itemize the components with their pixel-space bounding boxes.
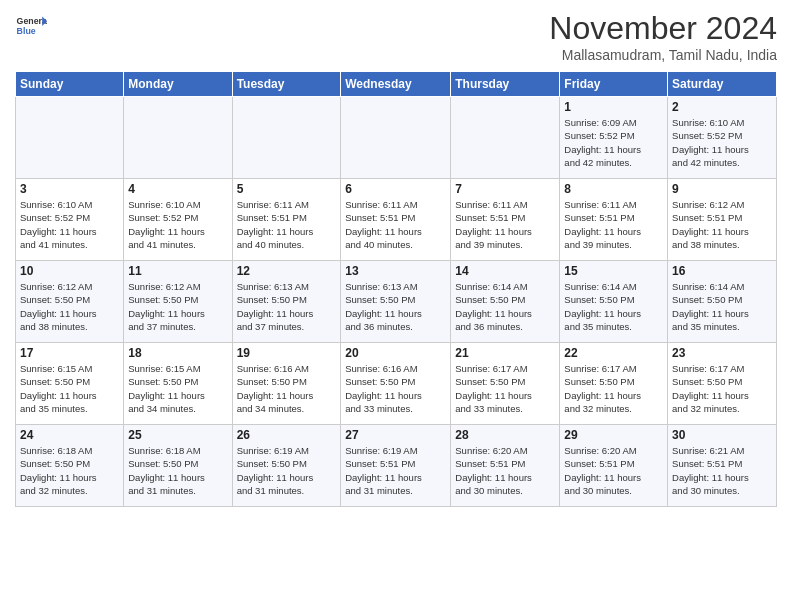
- day-info: Sunrise: 6:19 AM Sunset: 5:51 PM Dayligh…: [345, 444, 446, 497]
- logo-icon: General Blue: [15, 10, 47, 42]
- calendar-day-cell: 27Sunrise: 6:19 AM Sunset: 5:51 PM Dayli…: [341, 425, 451, 507]
- day-info: Sunrise: 6:21 AM Sunset: 5:51 PM Dayligh…: [672, 444, 772, 497]
- day-info: Sunrise: 6:12 AM Sunset: 5:51 PM Dayligh…: [672, 198, 772, 251]
- day-number: 29: [564, 428, 663, 442]
- day-info: Sunrise: 6:11 AM Sunset: 5:51 PM Dayligh…: [237, 198, 337, 251]
- calendar-day-cell: 15Sunrise: 6:14 AM Sunset: 5:50 PM Dayli…: [560, 261, 668, 343]
- calendar-week-row: 17Sunrise: 6:15 AM Sunset: 5:50 PM Dayli…: [16, 343, 777, 425]
- calendar-day-cell: 14Sunrise: 6:14 AM Sunset: 5:50 PM Dayli…: [451, 261, 560, 343]
- calendar-day-cell: 18Sunrise: 6:15 AM Sunset: 5:50 PM Dayli…: [124, 343, 232, 425]
- calendar-day-cell: 8Sunrise: 6:11 AM Sunset: 5:51 PM Daylig…: [560, 179, 668, 261]
- day-number: 30: [672, 428, 772, 442]
- weekday-header: Wednesday: [341, 72, 451, 97]
- location: Mallasamudram, Tamil Nadu, India: [549, 47, 777, 63]
- day-info: Sunrise: 6:11 AM Sunset: 5:51 PM Dayligh…: [455, 198, 555, 251]
- day-number: 14: [455, 264, 555, 278]
- day-info: Sunrise: 6:20 AM Sunset: 5:51 PM Dayligh…: [455, 444, 555, 497]
- calendar-day-cell: 28Sunrise: 6:20 AM Sunset: 5:51 PM Dayli…: [451, 425, 560, 507]
- month-year: November 2024: [549, 10, 777, 47]
- day-info: Sunrise: 6:18 AM Sunset: 5:50 PM Dayligh…: [128, 444, 227, 497]
- calendar-day-cell: 5Sunrise: 6:11 AM Sunset: 5:51 PM Daylig…: [232, 179, 341, 261]
- day-info: Sunrise: 6:09 AM Sunset: 5:52 PM Dayligh…: [564, 116, 663, 169]
- calendar-day-cell: 21Sunrise: 6:17 AM Sunset: 5:50 PM Dayli…: [451, 343, 560, 425]
- day-number: 19: [237, 346, 337, 360]
- day-number: 8: [564, 182, 663, 196]
- calendar-day-cell: 2Sunrise: 6:10 AM Sunset: 5:52 PM Daylig…: [668, 97, 777, 179]
- calendar-day-cell: 6Sunrise: 6:11 AM Sunset: 5:51 PM Daylig…: [341, 179, 451, 261]
- calendar-day-cell: 30Sunrise: 6:21 AM Sunset: 5:51 PM Dayli…: [668, 425, 777, 507]
- day-info: Sunrise: 6:14 AM Sunset: 5:50 PM Dayligh…: [672, 280, 772, 333]
- day-number: 26: [237, 428, 337, 442]
- day-number: 16: [672, 264, 772, 278]
- calendar-table: SundayMondayTuesdayWednesdayThursdayFrid…: [15, 71, 777, 507]
- day-info: Sunrise: 6:20 AM Sunset: 5:51 PM Dayligh…: [564, 444, 663, 497]
- calendar-day-cell: 26Sunrise: 6:19 AM Sunset: 5:50 PM Dayli…: [232, 425, 341, 507]
- calendar-day-cell: 1Sunrise: 6:09 AM Sunset: 5:52 PM Daylig…: [560, 97, 668, 179]
- calendar-day-cell: 24Sunrise: 6:18 AM Sunset: 5:50 PM Dayli…: [16, 425, 124, 507]
- day-number: 5: [237, 182, 337, 196]
- day-info: Sunrise: 6:13 AM Sunset: 5:50 PM Dayligh…: [345, 280, 446, 333]
- day-info: Sunrise: 6:12 AM Sunset: 5:50 PM Dayligh…: [128, 280, 227, 333]
- calendar-day-cell: 16Sunrise: 6:14 AM Sunset: 5:50 PM Dayli…: [668, 261, 777, 343]
- day-number: 22: [564, 346, 663, 360]
- day-number: 11: [128, 264, 227, 278]
- calendar-day-cell: 12Sunrise: 6:13 AM Sunset: 5:50 PM Dayli…: [232, 261, 341, 343]
- day-info: Sunrise: 6:17 AM Sunset: 5:50 PM Dayligh…: [672, 362, 772, 415]
- calendar-day-cell: [341, 97, 451, 179]
- day-number: 21: [455, 346, 555, 360]
- day-info: Sunrise: 6:15 AM Sunset: 5:50 PM Dayligh…: [128, 362, 227, 415]
- day-number: 20: [345, 346, 446, 360]
- day-number: 23: [672, 346, 772, 360]
- day-number: 2: [672, 100, 772, 114]
- day-info: Sunrise: 6:11 AM Sunset: 5:51 PM Dayligh…: [345, 198, 446, 251]
- calendar-week-row: 10Sunrise: 6:12 AM Sunset: 5:50 PM Dayli…: [16, 261, 777, 343]
- day-info: Sunrise: 6:17 AM Sunset: 5:50 PM Dayligh…: [455, 362, 555, 415]
- day-info: Sunrise: 6:10 AM Sunset: 5:52 PM Dayligh…: [672, 116, 772, 169]
- day-number: 6: [345, 182, 446, 196]
- logo: General Blue: [15, 10, 47, 42]
- calendar-day-cell: 17Sunrise: 6:15 AM Sunset: 5:50 PM Dayli…: [16, 343, 124, 425]
- day-number: 3: [20, 182, 119, 196]
- calendar-day-cell: 11Sunrise: 6:12 AM Sunset: 5:50 PM Dayli…: [124, 261, 232, 343]
- calendar-day-cell: 7Sunrise: 6:11 AM Sunset: 5:51 PM Daylig…: [451, 179, 560, 261]
- weekday-header: Tuesday: [232, 72, 341, 97]
- calendar-day-cell: [124, 97, 232, 179]
- day-info: Sunrise: 6:10 AM Sunset: 5:52 PM Dayligh…: [128, 198, 227, 251]
- day-number: 27: [345, 428, 446, 442]
- day-number: 7: [455, 182, 555, 196]
- day-number: 10: [20, 264, 119, 278]
- calendar-day-cell: 9Sunrise: 6:12 AM Sunset: 5:51 PM Daylig…: [668, 179, 777, 261]
- day-info: Sunrise: 6:19 AM Sunset: 5:50 PM Dayligh…: [237, 444, 337, 497]
- day-number: 1: [564, 100, 663, 114]
- calendar-day-cell: 3Sunrise: 6:10 AM Sunset: 5:52 PM Daylig…: [16, 179, 124, 261]
- weekday-header: Friday: [560, 72, 668, 97]
- day-info: Sunrise: 6:10 AM Sunset: 5:52 PM Dayligh…: [20, 198, 119, 251]
- calendar-day-cell: 19Sunrise: 6:16 AM Sunset: 5:50 PM Dayli…: [232, 343, 341, 425]
- day-number: 4: [128, 182, 227, 196]
- day-info: Sunrise: 6:15 AM Sunset: 5:50 PM Dayligh…: [20, 362, 119, 415]
- day-number: 24: [20, 428, 119, 442]
- calendar-day-cell: 13Sunrise: 6:13 AM Sunset: 5:50 PM Dayli…: [341, 261, 451, 343]
- day-info: Sunrise: 6:13 AM Sunset: 5:50 PM Dayligh…: [237, 280, 337, 333]
- day-number: 12: [237, 264, 337, 278]
- calendar-day-cell: 22Sunrise: 6:17 AM Sunset: 5:50 PM Dayli…: [560, 343, 668, 425]
- day-number: 13: [345, 264, 446, 278]
- calendar-day-cell: 23Sunrise: 6:17 AM Sunset: 5:50 PM Dayli…: [668, 343, 777, 425]
- calendar-day-cell: 10Sunrise: 6:12 AM Sunset: 5:50 PM Dayli…: [16, 261, 124, 343]
- calendar-week-row: 1Sunrise: 6:09 AM Sunset: 5:52 PM Daylig…: [16, 97, 777, 179]
- day-info: Sunrise: 6:12 AM Sunset: 5:50 PM Dayligh…: [20, 280, 119, 333]
- calendar-day-cell: [232, 97, 341, 179]
- svg-text:Blue: Blue: [17, 26, 36, 36]
- calendar-day-cell: [451, 97, 560, 179]
- day-info: Sunrise: 6:14 AM Sunset: 5:50 PM Dayligh…: [455, 280, 555, 333]
- calendar-day-cell: 29Sunrise: 6:20 AM Sunset: 5:51 PM Dayli…: [560, 425, 668, 507]
- day-info: Sunrise: 6:16 AM Sunset: 5:50 PM Dayligh…: [345, 362, 446, 415]
- day-info: Sunrise: 6:11 AM Sunset: 5:51 PM Dayligh…: [564, 198, 663, 251]
- day-number: 25: [128, 428, 227, 442]
- calendar-week-row: 3Sunrise: 6:10 AM Sunset: 5:52 PM Daylig…: [16, 179, 777, 261]
- day-number: 28: [455, 428, 555, 442]
- day-info: Sunrise: 6:16 AM Sunset: 5:50 PM Dayligh…: [237, 362, 337, 415]
- calendar-day-cell: 25Sunrise: 6:18 AM Sunset: 5:50 PM Dayli…: [124, 425, 232, 507]
- calendar-day-cell: [16, 97, 124, 179]
- calendar-header-row: SundayMondayTuesdayWednesdayThursdayFrid…: [16, 72, 777, 97]
